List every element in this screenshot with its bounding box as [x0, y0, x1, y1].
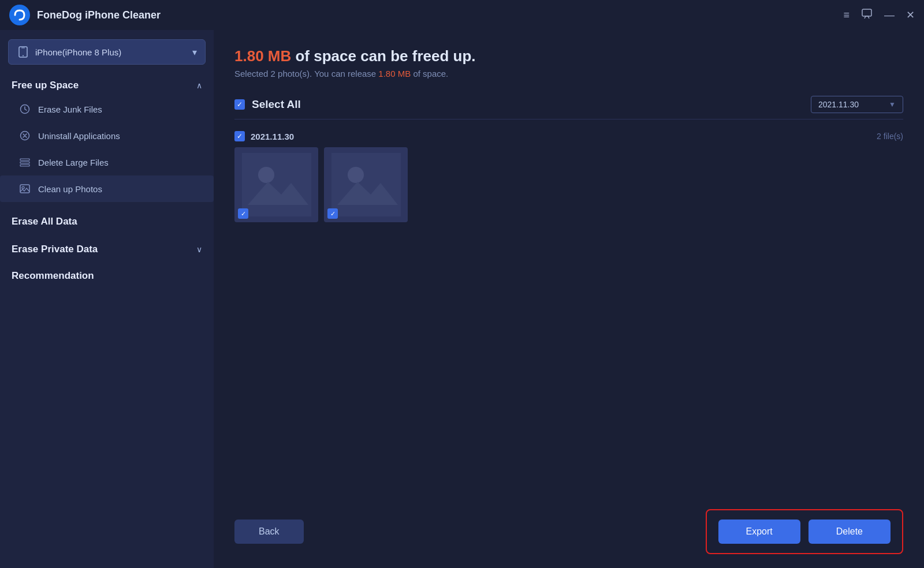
svg-rect-12	[242, 153, 311, 216]
erase-all-title: Erase All Data	[12, 216, 77, 227]
erase-private-chevron-icon: ∨	[196, 245, 202, 254]
photo-thumb[interactable]: ✓	[324, 147, 408, 222]
device-selector[interactable]: iPhone(iPhone 8 Plus) ▾	[8, 39, 206, 65]
content-area: 1.80 MB of space can be freed up. Select…	[214, 30, 924, 568]
titlebar-left: FoneDog iPhone Cleaner	[9, 5, 161, 25]
photo-checkbox-1[interactable]: ✓	[238, 208, 248, 219]
device-name: iPhone(iPhone 8 Plus)	[35, 47, 121, 57]
photo-checkbox-2[interactable]: ✓	[327, 208, 338, 219]
erase-junk-label: Erase Junk Files	[38, 104, 102, 114]
svg-rect-8	[20, 162, 29, 163]
photo-group: ✓ 2021.11.30 2 file(s) ✓	[234, 128, 903, 222]
photo-group-count: 2 file(s)	[877, 132, 903, 141]
space-subtitle: Selected 2 photo(s). You can release 1.8…	[234, 69, 903, 79]
date-filter-dropdown[interactable]: 2021.11.30 ▼	[811, 96, 903, 113]
erase-private-data-section[interactable]: Erase Private Data ∨	[0, 238, 214, 260]
sidebar-item-clean-photos[interactable]: Clean up Photos	[0, 175, 214, 202]
clock-icon	[18, 103, 31, 115]
svg-rect-9	[20, 165, 29, 166]
svg-point-13	[258, 167, 274, 183]
titlebar: FoneDog iPhone Cleaner ≡ — ✕	[0, 0, 924, 30]
svg-rect-10	[20, 185, 29, 193]
close-icon[interactable]: ✕	[906, 9, 915, 21]
subtitle-size: 1.80 MB	[378, 69, 411, 79]
erase-private-title: Erase Private Data	[12, 244, 98, 255]
back-button[interactable]: Back	[234, 520, 304, 544]
free-up-space-section[interactable]: Free up Space ∧	[0, 74, 214, 96]
dropdown-arrow-icon: ▼	[889, 100, 896, 109]
recommendation-title: Recommendation	[12, 270, 94, 281]
svg-point-16	[348, 167, 364, 183]
bottom-bar: Back Export Delete	[234, 501, 903, 568]
sidebar-item-erase-junk[interactable]: Erase Junk Files	[0, 96, 214, 122]
subtitle-count: 2	[271, 69, 275, 79]
sidebar-item-delete-large[interactable]: Delete Large Files	[0, 149, 214, 175]
sidebar: iPhone(iPhone 8 Plus) ▾ Free up Space ∧ …	[0, 30, 214, 568]
date-filter-value: 2021.11.30	[818, 100, 884, 109]
menu-icon[interactable]: ≡	[843, 9, 850, 21]
photo-group-date: 2021.11.30	[251, 132, 294, 141]
delete-large-label: Delete Large Files	[38, 158, 109, 167]
svg-rect-7	[20, 159, 29, 160]
group-checkbox[interactable]: ✓	[234, 131, 245, 141]
device-chevron-icon: ▾	[192, 47, 197, 58]
svg-rect-3	[21, 48, 25, 48]
free-up-space-chevron-icon: ∧	[196, 81, 202, 90]
photo-grid: ✓ ✓	[234, 147, 903, 222]
app-title: FoneDog iPhone Cleaner	[37, 9, 161, 21]
titlebar-controls: ≡ — ✕	[843, 8, 915, 23]
subtitle-mid: photo(s). You can release	[275, 69, 378, 79]
svg-point-0	[9, 5, 30, 25]
circle-x-icon	[18, 129, 31, 142]
select-all-row: ✓ Select All 2021.11.30 ▼	[234, 90, 903, 119]
subtitle-prefix: Selected	[234, 69, 271, 79]
svg-rect-1	[862, 9, 871, 16]
uninstall-apps-label: Uninstall Applications	[38, 131, 120, 141]
svg-point-11	[22, 186, 24, 189]
svg-rect-15	[331, 153, 401, 216]
delete-button[interactable]: Delete	[808, 520, 891, 544]
sidebar-item-uninstall-apps[interactable]: Uninstall Applications	[0, 122, 214, 149]
subtitle-suffix: of space.	[411, 69, 448, 79]
space-header: 1.80 MB of space can be freed up. Select…	[234, 47, 903, 79]
svg-point-4	[23, 55, 24, 57]
list-icon	[18, 156, 31, 169]
select-all-label[interactable]: Select All	[252, 98, 301, 111]
photo-group-header: ✓ 2021.11.30 2 file(s)	[234, 128, 903, 147]
space-title-suffix: of space can be freed up.	[291, 47, 475, 65]
clean-photos-label: Clean up Photos	[38, 184, 102, 194]
main-layout: iPhone(iPhone 8 Plus) ▾ Free up Space ∧ …	[0, 30, 924, 568]
bottom-right-actions: Export Delete	[706, 509, 904, 554]
free-up-space-title: Free up Space	[12, 80, 79, 91]
select-all-checkbox[interactable]: ✓	[234, 99, 245, 110]
chat-icon[interactable]	[861, 8, 873, 23]
minimize-icon[interactable]: —	[884, 9, 895, 21]
recommendation-section[interactable]: Recommendation	[0, 262, 214, 290]
image-icon	[18, 182, 31, 195]
export-button[interactable]: Export	[718, 520, 800, 544]
phone-icon	[17, 46, 29, 58]
space-title: 1.80 MB of space can be freed up.	[234, 47, 903, 65]
photo-thumb[interactable]: ✓	[234, 147, 318, 222]
app-logo-icon	[9, 5, 30, 25]
erase-all-data-section[interactable]: Erase All Data	[0, 208, 214, 236]
space-amount: 1.80 MB	[234, 47, 291, 65]
